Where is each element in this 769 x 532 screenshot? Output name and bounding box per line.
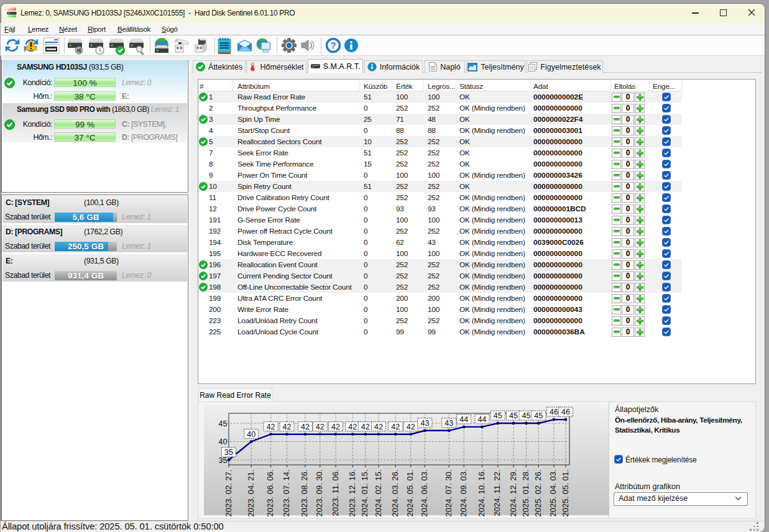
svg-text:42: 42 (361, 423, 370, 431)
svg-text:2024. 05. 01.: 2024. 05. 01. (405, 470, 415, 517)
svg-text:44: 44 (478, 415, 487, 424)
svg-text:46: 46 (561, 408, 570, 416)
svg-text:42: 42 (331, 423, 340, 431)
svg-text:42: 42 (374, 423, 383, 431)
svg-text:2023. 12. 16.: 2023. 12. 16. (348, 470, 357, 517)
svg-text:44: 44 (459, 415, 468, 424)
svg-text:45: 45 (522, 411, 531, 420)
svg-text:45: 45 (494, 411, 502, 420)
svg-text:2025. 05. 01.: 2025. 05. 01. (561, 470, 570, 517)
svg-text:42: 42 (283, 423, 292, 431)
svg-text:2023. 08. 26.: 2023. 08. 26. (300, 470, 309, 517)
svg-text:2024. 11. 22.: 2024. 11. 22. (492, 470, 502, 516)
svg-text:2023. 06. 06.: 2023. 06. 06. (265, 470, 275, 517)
svg-text:42: 42 (407, 423, 415, 431)
svg-text:2025. 02. 26.: 2025. 02. 26. (533, 470, 543, 517)
svg-text:35: 35 (224, 448, 233, 457)
svg-text:2024. 02. 15.: 2024. 02. 15. (374, 470, 383, 517)
svg-text:42: 42 (267, 423, 275, 431)
svg-text:2023. 11. 06.: 2023. 11. 06. (331, 470, 340, 516)
svg-text:40: 40 (219, 438, 228, 446)
svg-text:42: 42 (301, 423, 310, 431)
svg-text:2023. 04. 21.: 2023. 04. 21. (246, 470, 256, 517)
svg-text:2024. 03. 26.: 2024. 03. 26. (390, 470, 400, 517)
svg-text:42: 42 (391, 423, 400, 431)
svg-text:?: ? (331, 40, 336, 50)
svg-text:2024. 01. 15.: 2024. 01. 15. (360, 470, 369, 517)
svg-text:2024. 09. 03.: 2024. 09. 03. (459, 470, 468, 517)
svg-text:43: 43 (420, 419, 429, 428)
svg-text:2024. 07. 30.: 2024. 07. 30. (444, 470, 453, 517)
svg-text:2023. 09. 30.: 2023. 09. 30. (315, 470, 324, 517)
svg-text:42: 42 (316, 423, 325, 431)
svg-text:2024. 12. 29.: 2024. 12. 29. (509, 470, 518, 517)
svg-text:2023. 02. 27.: 2023. 02. 27. (224, 470, 233, 517)
svg-text:45: 45 (219, 420, 228, 428)
svg-text:46: 46 (550, 408, 558, 416)
svg-text:42: 42 (348, 423, 357, 431)
svg-text:2024. 10. 16.: 2024. 10. 16. (477, 470, 486, 517)
svg-text:43: 43 (444, 419, 453, 428)
svg-text:2025. 01. 28.: 2025. 01. 28. (521, 470, 530, 517)
svg-text:40: 40 (247, 430, 256, 439)
svg-text:35: 35 (219, 456, 228, 465)
svg-text:2024. 06. 03.: 2024. 06. 03. (420, 470, 429, 517)
svg-text:2025. 04. 03.: 2025. 04. 03. (548, 470, 558, 517)
svg-text:45: 45 (509, 411, 518, 420)
svg-text:2023. 07. 14.: 2023. 07. 14. (282, 470, 291, 517)
svg-text:45: 45 (534, 411, 543, 420)
